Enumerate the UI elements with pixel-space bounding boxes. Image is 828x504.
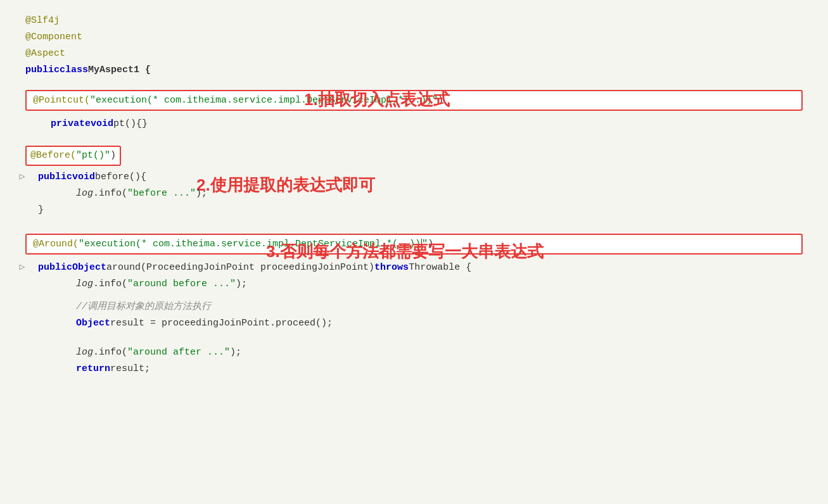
log-around-after-string: "around after ..." [127, 345, 230, 360]
code-line-component: @Component [0, 29, 828, 46]
before-close: ) [110, 150, 116, 161]
keyword-public-before: public [38, 170, 72, 185]
spacer-2 [0, 132, 828, 142]
return-result: result; [110, 362, 150, 377]
code-line-proceed: Object result = proceedingJoinPoint.proc… [0, 315, 828, 332]
comment-text: //调用目标对象的原始方法执行 [76, 299, 211, 315]
class-name: MyAspect1 { [88, 63, 151, 78]
keyword-void-pt: void [91, 117, 113, 132]
annotation-slf4j: @Slf4j [25, 13, 60, 28]
log-dot2: .info( [93, 277, 127, 292]
result-assignment: result = proceedingJoinPoint.proceed(); [110, 316, 333, 331]
keyword-public: public [25, 63, 60, 78]
keyword-object: Object [72, 260, 106, 275]
code-line-slf4j: @Slf4j [0, 13, 828, 29]
throwable-type: Throwable { [409, 260, 471, 275]
method-around: around(ProceedingJoinPoint proceedingJoi… [106, 260, 374, 275]
annotation-aspect: @Aspect [25, 46, 65, 61]
before-box: @Before("pt()") [25, 146, 121, 166]
code-line-before-annotation: @Before("pt()") [0, 142, 828, 169]
method-before: before(){ [95, 170, 146, 185]
log-dot: .info( [93, 186, 127, 201]
pointcut-annotation: @Pointcut( [33, 95, 90, 106]
log-around-before-close: ); [236, 277, 247, 292]
code-line-aspect: @Aspect [0, 46, 828, 62]
spacer-4 [0, 293, 828, 299]
keyword-throws: throws [374, 260, 409, 275]
code-line-around-method: ▷ public Object around(ProceedingJoinPoi… [0, 260, 828, 276]
method-pt: pt(){} [113, 117, 148, 132]
spacer-3 [0, 218, 828, 229]
before-string: "pt()" [76, 150, 110, 161]
around-annotation: @Around( [33, 239, 79, 249]
annotation-component: @Component [25, 30, 82, 45]
code-line-log-before: log.info("before ..."); [0, 186, 828, 202]
keyword-void-before: void [72, 170, 95, 185]
log-around-before-string: "around before ..." [127, 277, 236, 292]
log-dot3: .info( [93, 345, 127, 360]
code-line-log-around-after: log.info("around after ..."); [0, 344, 828, 361]
spacer-1 [0, 79, 828, 85]
keyword-private: private [51, 117, 91, 132]
code-line-before-method: ▷ public void before(){ [0, 169, 828, 186]
log-before-string: "before ..." [127, 186, 196, 201]
log-before-close: ); [196, 186, 207, 201]
code-container: 1.抽取切入点表达式 2.使用提取的表达式即可 3.否则每个方法都需要写一大串表… [0, 0, 828, 504]
before-annotation-text: @Before( [30, 150, 76, 161]
gutter-around: ▷ [13, 260, 32, 276]
code-line-comment: //调用目标对象的原始方法执行 [0, 299, 828, 315]
log-around-before-call: log [76, 277, 93, 292]
keyword-object-result: Object [76, 316, 110, 331]
gutter-before: ▷ [13, 169, 32, 186]
keyword-class: class [60, 63, 88, 78]
log-before-call: log [76, 186, 93, 201]
log-around-after-call: log [76, 345, 93, 360]
callout-1: 1.抽取切入点表达式 [304, 89, 450, 111]
spacer-5 [0, 332, 828, 344]
brace-close-before: } [38, 203, 44, 218]
keyword-return: return [76, 362, 110, 377]
code-line-log-around-before: log.info("around before ..."); [0, 276, 828, 293]
code-line-pt: private void pt(){} [0, 116, 828, 132]
log-around-after-close: ); [230, 345, 241, 360]
keyword-public-around: public [38, 260, 72, 275]
code-line-close-before: } [0, 202, 828, 218]
code-line-return: return result; [0, 361, 828, 377]
code-line-class-decl: public class MyAspect1 { [0, 62, 828, 79]
